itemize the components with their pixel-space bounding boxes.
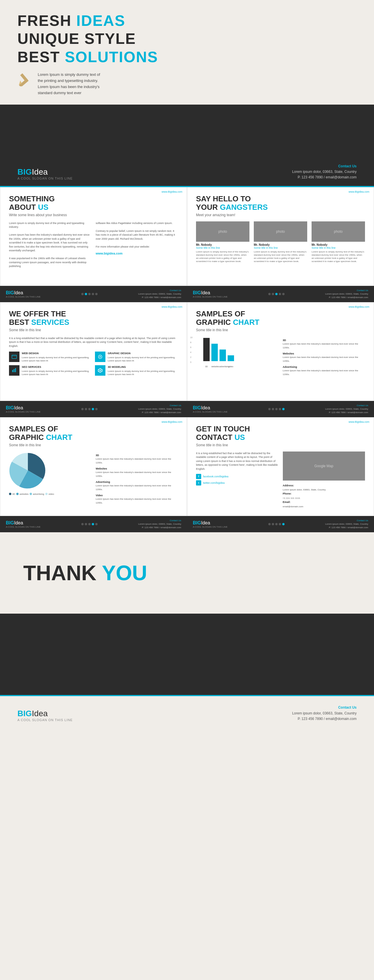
team-h1-line2-cyan: GANGSTERS: [220, 203, 268, 212]
service-name-4: 3D MODELING: [108, 365, 178, 369]
dot-1: [81, 293, 84, 295]
bar-chart-layout: 10 8 6 4 2 0: [196, 336, 365, 377]
sv-dot-3: [88, 408, 90, 410]
service-text-4: 3D MODELING Lorem Ipsum is simply dummy …: [108, 365, 178, 376]
team-slide-footer: BIGIdea A COOL SLOGAN ON THIS LINE Conta…: [187, 286, 374, 302]
services-slide: www.BigIdea.com WE OFFER THE BEST SERVIC…: [0, 302, 187, 401]
services-slide-wrapper: www.BigIdea.com WE OFFER THE BEST SERVIC…: [0, 302, 187, 417]
bc-cat-3-name: Advertising: [283, 365, 365, 369]
bc-cat-1-desc: Lorem Ipsum has been the industry's stan…: [283, 342, 365, 350]
bc-cat-2-name: Websites: [283, 352, 365, 356]
pie-chart-area: 3D websites advertising video: [9, 452, 92, 505]
services-intro: It is a long established fact that a rea…: [9, 336, 178, 348]
hero-line1-cyan: IDEAS: [76, 12, 125, 29]
bc-dot-1: [268, 408, 271, 410]
csf-contact: Contact Us Lorem ipsum dolor, 03663, Sta…: [325, 519, 368, 529]
pie-dot-websites: [16, 493, 19, 495]
pc-dot-3: [88, 523, 90, 525]
contact-layout: It is a long established fact that a rea…: [196, 452, 365, 509]
pc-cat-1-desc: Lorem Ipsum has been the industry's stan…: [96, 457, 178, 465]
team-footer-brand: BIGIdea A COOL SLOGAN ON THIS LINE: [193, 290, 228, 298]
about-slide-footer: BIGIdea A COOL SLOGAN ON THIS LINE Conta…: [0, 286, 187, 302]
contact-phone-label: Phone:: [283, 492, 365, 496]
pie-dot-advertising: [30, 493, 32, 495]
final-brand-slogan: A COOL SLOGAN ON THIS LINE: [17, 718, 73, 722]
about-slide-wrapper: www.BigIdea.com SOMETHING ABOUT US Write…: [0, 187, 187, 302]
svg-point-6: [100, 356, 101, 357]
bc-footer-idea: Idea: [201, 405, 210, 410]
thankyou-cyan: YOU: [102, 561, 147, 585]
bc-h1-line2-black: GRAPHIC: [196, 318, 233, 326]
brand-name: BIGIdea: [17, 167, 73, 177]
pc-cat-4-name: Video: [96, 493, 178, 497]
brand-idea: Idea: [32, 167, 48, 177]
services-footer-contact: Contact Us Lorem ipsum dolor, 03663, Sta…: [138, 404, 181, 414]
csf-contact-phone: P. 123 456 7890 / email@domain.com: [329, 526, 368, 529]
csf-contact-address: Lorem ipsum dolor, 03663, State, Country: [325, 523, 368, 525]
about-h1-line1: SOMETHING: [9, 194, 55, 203]
thankyou-section: THANK YOU: [0, 532, 374, 614]
team-h1-line1: SAY HELLO TO: [196, 194, 251, 203]
about-col-1: Lorem Ipsum is simply dummy text of the …: [9, 221, 92, 269]
team-desc-1: Lorem Ipsum is simply dummy text of the …: [196, 250, 249, 263]
hero-section: FRESH IDEAS UNIQUE STYLE BEST SOLUTIONS …: [0, 0, 374, 105]
bar-chart-desc: 3D Lorem Ipsum has been the industry's s…: [283, 336, 365, 377]
sv-dot-2: [85, 408, 87, 410]
slides-row-1: www.BigIdea.com SOMETHING ABOUT US Write…: [0, 187, 374, 302]
team-footer-brand-big: BIG: [193, 290, 201, 295]
pie-chart-desc: 3D Lorem Ipsum has been the industry's s…: [96, 452, 178, 505]
pie-dot-video: [45, 493, 48, 495]
final-contact-title: Contact Us: [292, 705, 357, 710]
service-item-2: GRAPHIC DESIGN Lorem Ipsum is simply dum…: [95, 352, 178, 362]
about-subtitle: Write some lines about your business: [9, 213, 178, 217]
footer-contact-phone: P. 123 456 7890 / email@domain.com: [142, 296, 181, 299]
hero-line3-cyan: SOLUTIONS: [65, 49, 158, 65]
graphic-design-icon: [95, 352, 105, 362]
csf-brand: BIGIdea A COOL SLOGAN ON THIS LINE: [193, 520, 228, 528]
pie-chart-svg: [9, 452, 47, 489]
contact-slide: www.BigIdea.com GET IN TOUCH CONTACT US …: [187, 417, 374, 516]
pie-legend: 3D websites advertising video: [9, 493, 92, 495]
bc-footer-slogan: A COOL SLOGAN ON THIS LINE: [193, 410, 228, 413]
pc-footer-big: BIG: [6, 520, 14, 525]
pc-footer-contact: Contact Us Lorem ipsum dolor, 03663, Sta…: [138, 519, 181, 529]
contact-details: Address: Lorem ipsum dolor, 03663, State…: [283, 484, 365, 509]
about-col-2: software like Aldus PageMaker including …: [96, 221, 178, 269]
team-desc-3: Lorem Ipsum is simply dummy text of the …: [312, 250, 365, 263]
hero-line1: FRESH IDEAS: [17, 12, 357, 30]
service-name-3: SEO SERVICES: [22, 365, 92, 369]
bc-dot-3: [275, 408, 277, 410]
bar-chart-url: www.BigIdea.com: [349, 305, 369, 308]
contact-address-label: Address:: [283, 484, 365, 488]
pc-footer-slogan: A COOL SLOGAN ON THIS LINE: [6, 526, 41, 528]
pc-cat-3-name: Advertising: [96, 480, 178, 484]
bc-contact-address: Lorem ipsum dolor, 03663, State, Country: [325, 407, 368, 410]
csf-dot-3: [275, 523, 277, 525]
about-col2-p2: Contrary to popular belief, Lorem Ipsum …: [96, 229, 178, 241]
about-col1-p3: It was popularised in the 1960s with the…: [9, 256, 92, 269]
about-col2-link[interactable]: www.bigidea.com: [96, 251, 178, 256]
team-footer-brand-idea: Idea: [201, 290, 210, 295]
bc-contact-title: Contact Us: [357, 404, 368, 407]
bar-3d: [203, 338, 210, 361]
final-footer: BIGIdea A COOL SLOGAN ON THIS LINE Conta…: [0, 696, 374, 730]
contact-slide-footer: BIGIdea A COOL SLOGAN ON THIS LINE Conta…: [187, 516, 374, 532]
twitter-icon: t: [196, 480, 201, 485]
final-footer-contact: Contact Us Lorem ipsum dolor, 03663, Sta…: [292, 705, 357, 722]
team-role-2: Some title in this line: [254, 247, 307, 249]
bc-cat-1-name: 3D: [283, 338, 365, 342]
final-footer-brand: BIGIdea A COOL SLOGAN ON THIS LINE: [17, 709, 73, 722]
sf-contact-address: Lorem ipsum dolor, 03663, State, Country: [138, 407, 181, 410]
team-name-1: Mr. Nobody: [196, 243, 249, 247]
csf-dot-4: [279, 523, 281, 525]
bar-chart-y-axis: 10 8 6 4 2 0: [190, 336, 193, 363]
pie-chart-slide: www.BigIdea.com SAMPLES OF GRAPHIC CHART…: [0, 417, 187, 516]
team-footer-dots: [268, 293, 285, 295]
team-photo-3: photo: [312, 221, 365, 242]
team-dot-2: [272, 293, 274, 295]
bar-chart-slide: www.BigIdea.com SAMPLES OF GRAPHIC CHART…: [187, 302, 374, 401]
pc-cat-1-name: 3D: [96, 453, 178, 457]
about-slide: www.BigIdea.com SOMETHING ABOUT US Write…: [0, 187, 187, 286]
team-photo-1: photo: [196, 221, 249, 242]
ct-h1-line2-black: CONTACT: [196, 433, 235, 442]
